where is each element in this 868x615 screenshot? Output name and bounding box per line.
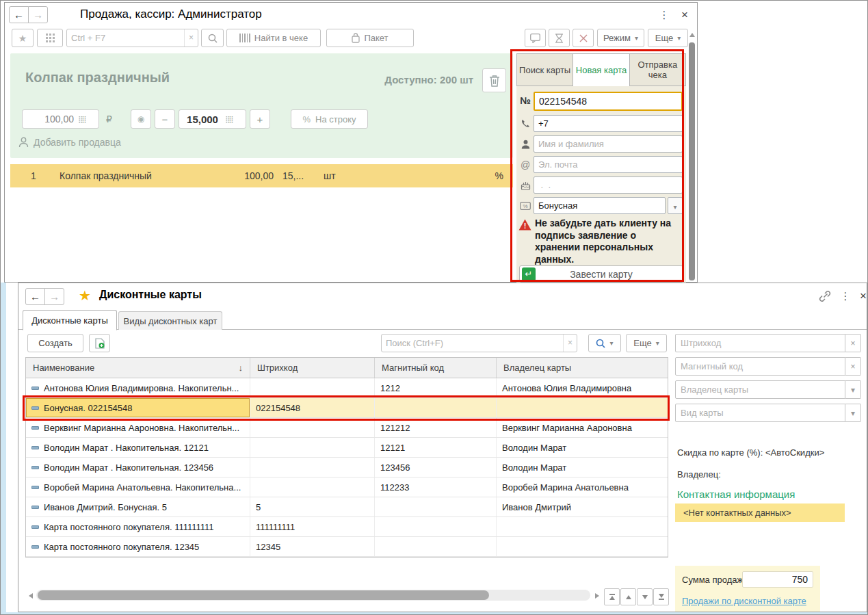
forward-button[interactable]: → [44,288,64,305]
card-email-input[interactable] [534,156,683,173]
table-row[interactable]: Володин Марат . Накопительная. 12121 121… [26,438,668,458]
pos-vertical-scrollbar[interactable] [688,30,696,280]
cancel-receipt-button[interactable] [573,29,594,47]
more-button[interactable]: Еще ▾ [648,29,688,47]
clear-search-icon[interactable]: × [563,335,577,352]
back-button[interactable]: ← [9,6,29,23]
card-kind-select[interactable]: Бонусная [534,197,666,214]
create-new-kind-button[interactable] [89,334,110,352]
comment-button[interactable] [525,29,546,47]
card-holder-name-input[interactable] [534,135,683,153]
table-row[interactable]: Карта постоянного покупателя. 111111111 … [26,517,668,537]
card-number-input[interactable] [534,92,683,111]
card-phone-input[interactable] [534,115,683,132]
receipt-line-row[interactable]: 1 Колпак праздничный 100,00 15,... шт % [10,164,513,187]
table-row[interactable]: Верквинг Марианна Аароновна. Накопительн… [26,418,668,438]
find-in-receipt-button[interactable]: Найти в чеке [226,29,321,47]
filter-magnetic-code[interactable]: Магнитный код × [675,357,861,376]
search-options-button[interactable]: ▾ [588,334,621,352]
clear-search-icon[interactable]: × [184,29,198,47]
card-birthdate-input[interactable] [534,176,683,194]
filter-kind-placeholder[interactable]: Вид карты [675,404,845,422]
tab-discount-cards[interactable]: Дисконтные карты [23,310,117,330]
tab-send-receipt[interactable]: Отправка чека [629,53,686,86]
filter-owner-placeholder[interactable]: Владелец карты [675,380,845,399]
cards-search-field[interactable]: × [381,334,577,352]
card-magnetic-code: 112233 [375,477,497,497]
forward-button[interactable]: → [28,6,48,23]
line-qty: 15,... [282,164,304,187]
keypad-icon[interactable]: ⣿⣿ [78,116,86,123]
price-field[interactable]: ⣿⣿ [22,109,99,129]
go-previous-button[interactable] [620,588,636,605]
scroll-left-button[interactable] [27,592,35,599]
favorite-star-icon[interactable]: ★ [79,287,91,304]
table-row[interactable]: Иванов Дмитрий. Бонусная. 5 5 Иванов Дми… [26,497,668,517]
cards-tabs-row: Дисконтные карты Виды дисконтных карт [18,309,867,330]
window-menu-button[interactable]: ⋮ [838,289,853,304]
go-next-button[interactable] [637,588,653,605]
filter-magnetic-placeholder[interactable]: Магнитный код [675,357,845,376]
create-card-button[interactable]: ↵ Завести карту [519,265,683,283]
scroll-up-icon[interactable] [689,33,695,37]
get-link-button[interactable] [819,290,831,302]
quantity-field[interactable]: ⣿⣿ [179,109,246,129]
column-header-barcode[interactable]: Штрихкод [250,358,375,378]
delete-line-button[interactable] [482,68,506,92]
filter-barcode-placeholder[interactable]: Штрихкод [675,334,845,352]
menu-grid-button[interactable] [37,29,63,47]
line-discount-button[interactable]: % На строку [291,109,368,129]
cards-search-input[interactable] [382,338,563,348]
product-search-input[interactable] [67,33,184,43]
decrease-qty-button[interactable]: − [155,109,175,129]
view-button[interactable]: ◉ [131,109,151,129]
dropdown-icon[interactable]: ▾ [845,380,861,399]
favorite-button[interactable]: ★ [12,29,34,47]
card-name: Карта постоянного покупателя. 12345 [44,542,199,552]
price-input[interactable] [26,113,75,125]
go-first-button[interactable] [604,588,620,605]
search-button[interactable] [201,29,224,47]
table-row[interactable]: Антонова Юлия Владимировна. Накопительн.… [26,378,668,398]
increase-qty-button[interactable]: + [250,109,270,129]
package-button[interactable]: Пакет [326,29,414,47]
tab-card-search[interactable]: Поиск карты [516,53,573,86]
product-search-field[interactable]: × [66,29,198,47]
window-close-button[interactable]: × [677,8,692,23]
scrollbar-thumb[interactable] [689,42,695,280]
percent-icon: % [302,114,311,125]
tab-new-card[interactable]: Новая карта [573,53,629,86]
table-row[interactable]: Карта постоянного покупателя. 12345 1234… [26,537,668,557]
table-row[interactable]: Воробей Марина Анатольевна. Накопительна… [26,477,668,497]
back-button[interactable]: ← [25,288,45,305]
table-row-selected[interactable]: Бонусная. 022154548 022154548 [26,398,668,418]
add-seller-button[interactable]: Добавить продавца [18,137,121,148]
window-menu-button[interactable]: ⋮ [657,8,672,23]
filter-card-owner[interactable]: Владелец карты ▾ [675,380,861,399]
quantity-input[interactable] [183,113,222,126]
go-last-button[interactable] [653,588,669,605]
scrollbar-thumb[interactable] [38,590,489,600]
postpone-button[interactable] [549,29,570,47]
filter-card-kind[interactable]: Вид карты ▾ [675,404,861,422]
card-kind-dropdown-button[interactable]: ▾ [668,197,683,214]
dropdown-icon[interactable]: ▾ [845,404,861,422]
more-button[interactable]: Еще ▾ [626,334,667,352]
window-close-button[interactable]: × [856,289,868,304]
filter-barcode[interactable]: Штрихкод × [675,334,861,352]
column-header-name[interactable]: Наименование↓ [26,358,250,378]
tab-card-kinds[interactable]: Виды дисконтных карт [118,311,222,330]
mode-button[interactable]: Режим ▾ [597,29,644,47]
table-row[interactable]: Володин Марат . Накопительная. 123456 12… [26,458,668,477]
clear-filter-icon[interactable]: × [845,334,861,352]
column-name-label: Наименование [33,363,94,373]
column-header-magnetic[interactable]: Магнитный код [375,358,497,378]
create-button[interactable]: Создать [27,334,83,352]
clear-filter-icon[interactable]: × [845,357,861,376]
sales-by-card-link[interactable]: Продажи по дисконтной карте [682,596,806,606]
column-header-owner[interactable]: Владелец карты [497,358,669,378]
trash-icon [489,75,500,87]
horizontal-scrollbar[interactable] [36,590,590,601]
scroll-right-button[interactable] [593,592,601,599]
keypad-icon[interactable]: ⣿⣿ [225,116,233,123]
